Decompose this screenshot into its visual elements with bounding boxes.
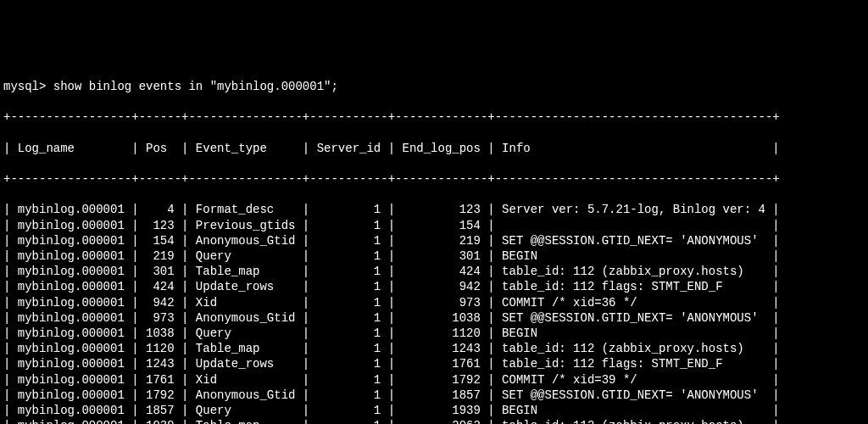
table-header: | Log_name | Pos | Event_type | Server_i… [3,141,865,156]
table-body: | mybinlog.000001 | 4 | Format_desc | 1 … [3,202,865,424]
table-row: | mybinlog.000001 | 942 | Xid | 1 | 973 … [3,295,865,310]
table-top-border: +-----------------+------+--------------… [3,109,865,125]
table-row: | mybinlog.000001 | 301 | Table_map | 1 … [3,264,865,279]
mysql-terminal[interactable]: mysql> show binlog events in "mybinlog.0… [0,62,868,424]
table-row: | mybinlog.000001 | 1761 | Xid | 1 | 179… [3,372,865,388]
table-row: | mybinlog.000001 | 1038 | Query | 1 | 1… [3,326,865,341]
table-row: | mybinlog.000001 | 154 | Anonymous_Gtid… [3,233,865,248]
table-row: | mybinlog.000001 | 1243 | Update_rows |… [3,356,865,371]
table-row: | mybinlog.000001 | 219 | Query | 1 | 30… [3,248,865,264]
table-row: | mybinlog.000001 | 1120 | Table_map | 1… [3,341,865,356]
sql-command: mysql> show binlog events in "mybinlog.0… [3,79,865,94]
table-row: | mybinlog.000001 | 1792 | Anonymous_Gti… [3,388,865,403]
table-row: | mybinlog.000001 | 973 | Anonymous_Gtid… [3,310,865,326]
table-row: | mybinlog.000001 | 424 | Update_rows | … [3,279,865,294]
table-row: | mybinlog.000001 | 1857 | Query | 1 | 1… [3,403,865,418]
table-row: | mybinlog.000001 | 1939 | Table_map | 1… [3,418,865,424]
table-row: | mybinlog.000001 | 4 | Format_desc | 1 … [3,202,865,217]
table-row: | mybinlog.000001 | 123 | Previous_gtids… [3,218,865,233]
table-header-sep: +-----------------+------+--------------… [3,171,865,187]
